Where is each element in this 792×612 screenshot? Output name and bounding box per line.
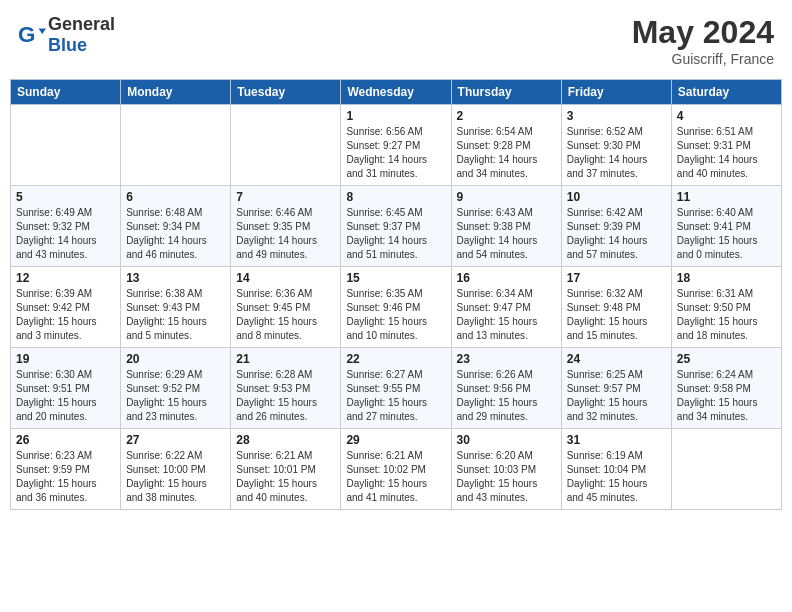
day-number: 13 xyxy=(126,271,225,285)
calendar-cell: 13Sunrise: 6:38 AMSunset: 9:43 PMDayligh… xyxy=(121,267,231,348)
calendar-cell: 11Sunrise: 6:40 AMSunset: 9:41 PMDayligh… xyxy=(671,186,781,267)
day-number: 22 xyxy=(346,352,445,366)
weekday-friday: Friday xyxy=(561,80,671,105)
day-info: Sunrise: 6:30 AMSunset: 9:51 PMDaylight:… xyxy=(16,368,115,424)
day-info: Sunrise: 6:19 AMSunset: 10:04 PMDaylight… xyxy=(567,449,666,505)
calendar-cell: 7Sunrise: 6:46 AMSunset: 9:35 PMDaylight… xyxy=(231,186,341,267)
calendar-cell xyxy=(231,105,341,186)
title-block: May 2024 Guiscriff, France xyxy=(632,14,774,67)
day-number: 26 xyxy=(16,433,115,447)
day-number: 6 xyxy=(126,190,225,204)
calendar-cell: 14Sunrise: 6:36 AMSunset: 9:45 PMDayligh… xyxy=(231,267,341,348)
calendar-table: SundayMondayTuesdayWednesdayThursdayFrid… xyxy=(10,79,782,510)
calendar-cell: 26Sunrise: 6:23 AMSunset: 9:59 PMDayligh… xyxy=(11,429,121,510)
calendar-cell: 15Sunrise: 6:35 AMSunset: 9:46 PMDayligh… xyxy=(341,267,451,348)
svg-text:G: G xyxy=(18,22,35,47)
day-number: 30 xyxy=(457,433,556,447)
day-info: Sunrise: 6:48 AMSunset: 9:34 PMDaylight:… xyxy=(126,206,225,262)
calendar-cell: 23Sunrise: 6:26 AMSunset: 9:56 PMDayligh… xyxy=(451,348,561,429)
calendar-cell: 27Sunrise: 6:22 AMSunset: 10:00 PMDaylig… xyxy=(121,429,231,510)
day-info: Sunrise: 6:45 AMSunset: 9:37 PMDaylight:… xyxy=(346,206,445,262)
day-info: Sunrise: 6:36 AMSunset: 9:45 PMDaylight:… xyxy=(236,287,335,343)
calendar-cell: 21Sunrise: 6:28 AMSunset: 9:53 PMDayligh… xyxy=(231,348,341,429)
calendar-cell xyxy=(671,429,781,510)
weekday-tuesday: Tuesday xyxy=(231,80,341,105)
day-number: 20 xyxy=(126,352,225,366)
location: Guiscriff, France xyxy=(632,51,774,67)
day-info: Sunrise: 6:38 AMSunset: 9:43 PMDaylight:… xyxy=(126,287,225,343)
day-info: Sunrise: 6:27 AMSunset: 9:55 PMDaylight:… xyxy=(346,368,445,424)
day-info: Sunrise: 6:35 AMSunset: 9:46 PMDaylight:… xyxy=(346,287,445,343)
calendar-cell xyxy=(121,105,231,186)
calendar-cell: 19Sunrise: 6:30 AMSunset: 9:51 PMDayligh… xyxy=(11,348,121,429)
day-number: 31 xyxy=(567,433,666,447)
day-number: 15 xyxy=(346,271,445,285)
day-number: 7 xyxy=(236,190,335,204)
weekday-header-row: SundayMondayTuesdayWednesdayThursdayFrid… xyxy=(11,80,782,105)
logo-text: General Blue xyxy=(48,14,115,56)
day-number: 2 xyxy=(457,109,556,123)
day-number: 9 xyxy=(457,190,556,204)
day-info: Sunrise: 6:21 AMSunset: 10:01 PMDaylight… xyxy=(236,449,335,505)
day-number: 27 xyxy=(126,433,225,447)
day-number: 5 xyxy=(16,190,115,204)
calendar-cell: 28Sunrise: 6:21 AMSunset: 10:01 PMDaylig… xyxy=(231,429,341,510)
day-info: Sunrise: 6:43 AMSunset: 9:38 PMDaylight:… xyxy=(457,206,556,262)
day-number: 8 xyxy=(346,190,445,204)
day-info: Sunrise: 6:31 AMSunset: 9:50 PMDaylight:… xyxy=(677,287,776,343)
day-info: Sunrise: 6:54 AMSunset: 9:28 PMDaylight:… xyxy=(457,125,556,181)
calendar-cell: 1Sunrise: 6:56 AMSunset: 9:27 PMDaylight… xyxy=(341,105,451,186)
calendar-cell: 4Sunrise: 6:51 AMSunset: 9:31 PMDaylight… xyxy=(671,105,781,186)
calendar-week-3: 12Sunrise: 6:39 AMSunset: 9:42 PMDayligh… xyxy=(11,267,782,348)
calendar-week-1: 1Sunrise: 6:56 AMSunset: 9:27 PMDaylight… xyxy=(11,105,782,186)
weekday-sunday: Sunday xyxy=(11,80,121,105)
calendar-cell: 8Sunrise: 6:45 AMSunset: 9:37 PMDaylight… xyxy=(341,186,451,267)
day-number: 18 xyxy=(677,271,776,285)
day-number: 12 xyxy=(16,271,115,285)
day-number: 19 xyxy=(16,352,115,366)
month-year: May 2024 xyxy=(632,14,774,51)
calendar-cell: 10Sunrise: 6:42 AMSunset: 9:39 PMDayligh… xyxy=(561,186,671,267)
day-info: Sunrise: 6:23 AMSunset: 9:59 PMDaylight:… xyxy=(16,449,115,505)
day-info: Sunrise: 6:40 AMSunset: 9:41 PMDaylight:… xyxy=(677,206,776,262)
day-info: Sunrise: 6:28 AMSunset: 9:53 PMDaylight:… xyxy=(236,368,335,424)
calendar-cell: 3Sunrise: 6:52 AMSunset: 9:30 PMDaylight… xyxy=(561,105,671,186)
day-number: 11 xyxy=(677,190,776,204)
calendar-cell: 29Sunrise: 6:21 AMSunset: 10:02 PMDaylig… xyxy=(341,429,451,510)
calendar-cell: 5Sunrise: 6:49 AMSunset: 9:32 PMDaylight… xyxy=(11,186,121,267)
calendar-week-5: 26Sunrise: 6:23 AMSunset: 9:59 PMDayligh… xyxy=(11,429,782,510)
day-number: 23 xyxy=(457,352,556,366)
day-number: 3 xyxy=(567,109,666,123)
day-number: 4 xyxy=(677,109,776,123)
day-info: Sunrise: 6:25 AMSunset: 9:57 PMDaylight:… xyxy=(567,368,666,424)
day-info: Sunrise: 6:24 AMSunset: 9:58 PMDaylight:… xyxy=(677,368,776,424)
calendar-cell: 24Sunrise: 6:25 AMSunset: 9:57 PMDayligh… xyxy=(561,348,671,429)
weekday-monday: Monday xyxy=(121,80,231,105)
calendar-cell: 17Sunrise: 6:32 AMSunset: 9:48 PMDayligh… xyxy=(561,267,671,348)
day-info: Sunrise: 6:42 AMSunset: 9:39 PMDaylight:… xyxy=(567,206,666,262)
calendar-cell: 20Sunrise: 6:29 AMSunset: 9:52 PMDayligh… xyxy=(121,348,231,429)
day-number: 10 xyxy=(567,190,666,204)
day-info: Sunrise: 6:51 AMSunset: 9:31 PMDaylight:… xyxy=(677,125,776,181)
day-info: Sunrise: 6:26 AMSunset: 9:56 PMDaylight:… xyxy=(457,368,556,424)
day-info: Sunrise: 6:49 AMSunset: 9:32 PMDaylight:… xyxy=(16,206,115,262)
svg-marker-1 xyxy=(39,28,46,34)
day-info: Sunrise: 6:21 AMSunset: 10:02 PMDaylight… xyxy=(346,449,445,505)
day-info: Sunrise: 6:39 AMSunset: 9:42 PMDaylight:… xyxy=(16,287,115,343)
day-number: 14 xyxy=(236,271,335,285)
day-number: 16 xyxy=(457,271,556,285)
weekday-saturday: Saturday xyxy=(671,80,781,105)
day-number: 24 xyxy=(567,352,666,366)
calendar-cell: 31Sunrise: 6:19 AMSunset: 10:04 PMDaylig… xyxy=(561,429,671,510)
logo: G General Blue xyxy=(18,14,115,56)
calendar-cell: 2Sunrise: 6:54 AMSunset: 9:28 PMDaylight… xyxy=(451,105,561,186)
day-info: Sunrise: 6:22 AMSunset: 10:00 PMDaylight… xyxy=(126,449,225,505)
day-info: Sunrise: 6:46 AMSunset: 9:35 PMDaylight:… xyxy=(236,206,335,262)
day-info: Sunrise: 6:32 AMSunset: 9:48 PMDaylight:… xyxy=(567,287,666,343)
weekday-thursday: Thursday xyxy=(451,80,561,105)
calendar-cell: 25Sunrise: 6:24 AMSunset: 9:58 PMDayligh… xyxy=(671,348,781,429)
calendar-cell: 22Sunrise: 6:27 AMSunset: 9:55 PMDayligh… xyxy=(341,348,451,429)
logo-icon: G xyxy=(18,21,46,49)
day-info: Sunrise: 6:20 AMSunset: 10:03 PMDaylight… xyxy=(457,449,556,505)
weekday-wednesday: Wednesday xyxy=(341,80,451,105)
